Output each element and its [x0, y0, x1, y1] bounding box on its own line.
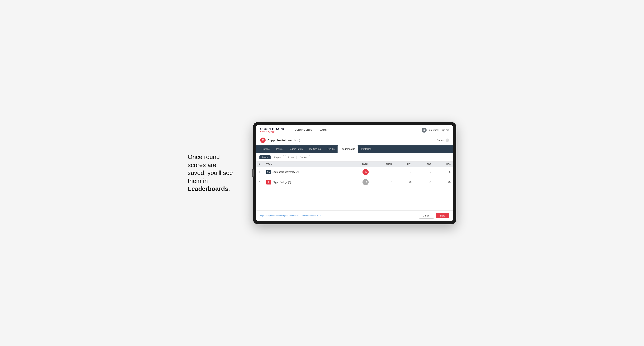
side-button: [252, 169, 254, 177]
filter-bar: Teams Players Scores Strokes: [256, 153, 453, 162]
table-row: 2 C Clippd College [A] +3 F +8 -8 +3: [256, 177, 453, 187]
cell-thru-0: F: [371, 167, 394, 177]
tablet-screen: SCOREBOARD Powered by clippd TOURNAMENTS…: [256, 125, 453, 221]
logo-area: SCOREBOARD Powered by clippd: [260, 127, 284, 133]
cell-rank-0: 1: [256, 167, 264, 177]
cell-total-1: +3: [346, 177, 371, 187]
col-rd2: RD2: [414, 162, 433, 167]
tab-details[interactable]: Details: [260, 145, 273, 153]
cell-team-0: SU Scoreboard University [A]: [264, 167, 346, 177]
cell-rd3-0: -6: [433, 167, 453, 177]
nav-teams[interactable]: TEAMS: [315, 125, 330, 135]
cell-rd1-1: +8: [394, 177, 414, 187]
tablet-frame: SCOREBOARD Powered by clippd TOURNAMENTS…: [253, 122, 456, 224]
footer-cancel-button[interactable]: Cancel: [419, 213, 434, 219]
tab-leaderboards[interactable]: Leaderboards: [338, 145, 358, 153]
nav-right: S Test User | Sign out: [422, 128, 449, 133]
tab-tee-groups[interactable]: Tee Groups: [306, 145, 324, 153]
leaderboard-table: # TEAM TOTAL THRU RD1 RD2 RD3 1 SU Score…: [256, 162, 453, 187]
user-name: Test User |: [428, 129, 439, 131]
sub-nav: Details Teams Course Setup Tee Groups Re…: [256, 145, 453, 153]
filter-teams[interactable]: Teams: [260, 155, 270, 160]
footer-url: https://stage-blue-coach.stagescoreboard…: [260, 215, 323, 217]
team-name-0: Scoreboard University [A]: [272, 171, 298, 173]
filter-scores[interactable]: Scores: [285, 155, 296, 160]
team-logo-0: SU: [266, 170, 271, 174]
footer: https://stage-blue-coach.stagescoreboard…: [256, 210, 453, 221]
top-nav: SCOREBOARD Powered by clippd TOURNAMENTS…: [256, 125, 453, 135]
col-rd1: RD1: [394, 162, 414, 167]
tab-printables[interactable]: Printables: [358, 145, 374, 153]
filter-players[interactable]: Players: [272, 155, 284, 160]
logo-powered: Powered by clippd: [260, 131, 284, 133]
team-name-1: Clippd College [A]: [272, 181, 291, 183]
table-spacer: [256, 187, 453, 210]
tournament-subtitle: (Men): [294, 139, 300, 142]
cell-rd2-1: -8: [414, 177, 433, 187]
table-row: 1 SU Scoreboard University [A] -5 F -4 +…: [256, 167, 453, 177]
cell-rd2-0: +5: [414, 167, 433, 177]
score-badge-1: +3: [362, 179, 369, 185]
cell-rd1-0: -4: [394, 167, 414, 177]
col-rd3: RD3: [433, 162, 453, 167]
cell-rank-1: 2: [256, 177, 264, 187]
cancel-x-icon[interactable]: ✕: [446, 139, 449, 142]
col-team: TEAM: [264, 162, 346, 167]
tab-course-setup[interactable]: Course Setup: [286, 145, 306, 153]
col-rank: #: [256, 162, 264, 167]
left-description: Once round scores are saved, you'll see …: [188, 153, 242, 193]
cell-thru-1: F: [371, 177, 394, 187]
user-avatar: S: [422, 128, 426, 133]
cell-rd3-1: +3: [433, 177, 453, 187]
footer-save-button[interactable]: Save: [436, 213, 449, 218]
tournament-logo: C: [260, 138, 266, 143]
logo-text: SCOREBOARD: [260, 127, 284, 131]
cell-total-0: -5: [346, 167, 371, 177]
col-thru: THRU: [371, 162, 394, 167]
team-logo-1: C: [266, 180, 271, 184]
tab-results[interactable]: Results: [324, 145, 338, 153]
tournament-title: Clippd Invitational: [268, 139, 292, 142]
cell-team-1: C Clippd College [A]: [264, 177, 346, 187]
cancel-tournament-btn[interactable]: Cancel ✕: [437, 139, 449, 142]
col-total: TOTAL: [346, 162, 371, 167]
sign-out-link[interactable]: Sign out: [440, 129, 449, 131]
tournament-header: C Clippd Invitational (Men) Cancel ✕: [256, 135, 453, 145]
nav-tournaments[interactable]: TOURNAMENTS: [290, 125, 315, 135]
filter-strokes[interactable]: Strokes: [298, 155, 310, 160]
tab-teams[interactable]: Teams: [273, 145, 286, 153]
nav-links: TOURNAMENTS TEAMS: [290, 125, 330, 135]
score-badge-0: -5: [362, 169, 369, 175]
